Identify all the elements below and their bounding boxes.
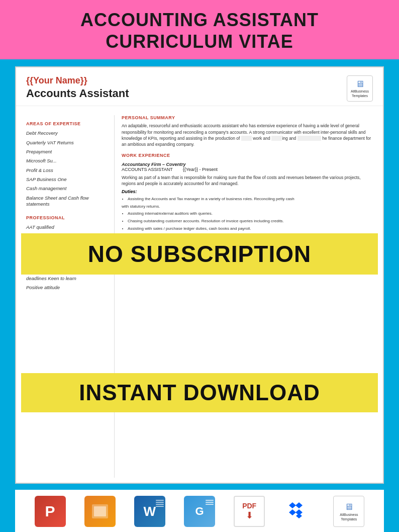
left-item-4: Microsoft Su... (26, 158, 107, 164)
professional-title: PROFESSIONAL (26, 215, 107, 220)
left-item-5: Profit & Loss (26, 167, 107, 173)
svg-marker-3 (295, 502, 303, 508)
google-docs-icon[interactable]: G (184, 496, 215, 527)
docs-lines (206, 500, 214, 505)
dropbox-svg (286, 498, 312, 524)
duty-item-3: Assisting internal/external auditors wit… (128, 211, 373, 217)
logo-text: AllBusinessTemplates (351, 90, 369, 98)
duty-item-1: Assisting the Accounts and Tax manager i… (128, 196, 373, 202)
google-slides-icon[interactable] (84, 496, 116, 527)
duty-item-2: with statutory returns. (122, 204, 373, 210)
bottom-icons-bar: P W G PDF ⬇ (15, 490, 384, 532)
cv-header: {{Your Name}} Accounts Assistant 🖥 AllBu… (16, 67, 383, 106)
word-label: W (144, 504, 156, 519)
duty-item-4: Chasing outstanding customer accounts. R… (128, 218, 373, 224)
cv-left-column: AREAS OF EXPERTISE Debt Recovery Quarter… (26, 115, 114, 478)
powerpoint-icon[interactable]: P (35, 496, 66, 527)
work-experience-title: WORK EXPERIENCE (122, 153, 373, 158)
allbusiness-templates-icon[interactable]: 🖥 AllBusinessTemplates (333, 496, 364, 527)
cv-name-placeholder: {{Your Name}} (26, 75, 129, 86)
pdf-arrow-icon: ⬇ (246, 510, 253, 521)
slides-svg (90, 501, 110, 521)
docs-label: G (195, 505, 204, 518)
svg-rect-1 (94, 506, 106, 516)
allbusiness-logo: 🖥 AllBusinessTemplates (347, 75, 373, 102)
cv-header-text: {{Your Name}} Accounts Assistant (26, 75, 129, 100)
left-item-2: Quarterly VAT Returns (26, 140, 107, 146)
svg-marker-6 (296, 513, 302, 518)
work-title-line: ACCOUNTS ASSISTANT {{Year}} - Present (122, 167, 373, 172)
cv-job-title: Accounts Assistant (26, 87, 129, 100)
left-item-6: SAP Business One (26, 176, 107, 183)
svg-marker-2 (289, 502, 296, 508)
left-item-3: Prepayment (26, 149, 107, 155)
cv-document: {{Your Name}} Accounts Assistant 🖥 AllBu… (15, 66, 384, 484)
pdf-icon[interactable]: PDF ⬇ (234, 496, 265, 527)
left-item-1: Debt Recovery (26, 130, 107, 136)
dropbox-icon[interactable] (283, 496, 315, 527)
work-job-title: ACCOUNTS ASSISTANT (122, 167, 173, 172)
instant-download-overlay: INSTANT DOWNLOAD (21, 373, 378, 412)
instant-download-text: INSTANT DOWNLOAD (79, 380, 320, 405)
no-subscription-text: NO SUBSCRIPTION (88, 241, 311, 267)
left-item-7: Cash management (26, 186, 107, 192)
skills-item-3: deadlines Keen to learn (26, 276, 107, 282)
word-icon[interactable]: W (134, 496, 165, 527)
duty-item-5: Assisting with sales / purchase ledger d… (128, 226, 373, 232)
ppt-label: P (45, 503, 55, 520)
cv-body: AREAS OF EXPERTISE Debt Recovery Quarter… (16, 106, 383, 483)
word-lines (156, 500, 164, 507)
skills-item-4: Positive attitude (26, 285, 107, 291)
pdf-text: PDF (242, 502, 256, 510)
duties-title: Duties: (122, 189, 373, 194)
left-item-8: Balance Sheet and Cash flow statements (26, 195, 107, 208)
no-subscription-overlay: NO SUBSCRIPTION (21, 233, 378, 275)
work-description: Working as part of a team that is respon… (122, 174, 373, 187)
allbiz-computer-icon: 🖥 (344, 502, 353, 512)
work-date: {{Year}} - Present (183, 167, 218, 172)
professional-item-1: AAT qualified (26, 224, 107, 230)
cv-right-column: PERSONAL SUMMARY An adaptable, resourcef… (114, 115, 373, 478)
work-company: Accountancy Firm – Coventry (122, 162, 373, 167)
svg-marker-4 (289, 509, 296, 515)
top-banner: ACCOUNTING ASSISTANT CURRICULUM VITAE (0, 0, 399, 59)
allbiz-label: AllBusinessTemplates (340, 512, 358, 521)
main-title: ACCOUNTING ASSISTANT CURRICULUM VITAE (10, 9, 389, 52)
personal-summary-title: PERSONAL SUMMARY (122, 115, 373, 120)
personal-summary-text: An adaptable, resourceful and enthusiast… (122, 123, 373, 147)
logo-icon: 🖥 (355, 79, 364, 90)
areas-expertise-title: AREAS OF EXPERTISE (26, 121, 107, 126)
